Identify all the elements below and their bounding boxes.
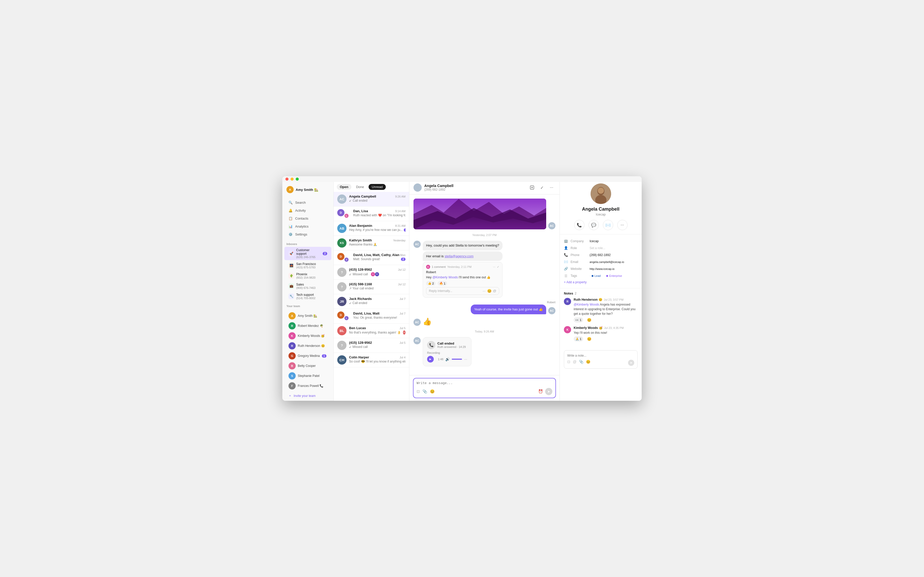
conv-preview-415-128: ↙ Missed call K R bbox=[349, 272, 406, 276]
team-member-betty[interactable]: B Betty Cooper bbox=[284, 361, 331, 371]
conv-name-415-598: (415) 598-1168 bbox=[349, 282, 372, 286]
note-reaction-pray[interactable]: 🙏 1 bbox=[574, 336, 583, 342]
maximize-button[interactable] bbox=[296, 177, 299, 181]
audio-more-button[interactable]: ··· bbox=[464, 357, 467, 361]
right-panel: Angela Campbell Icecap 📞 💬 ✉️ ··· 🏢 Comp… bbox=[560, 176, 642, 401]
sidebar-item-search[interactable]: 🔍 Search bbox=[284, 198, 331, 206]
conv-item-415-128[interactable]: ? (415) 128-9562 Jul 12 ↙ Missed call K … bbox=[334, 265, 409, 280]
reply-more-icon[interactable]: ··· bbox=[482, 289, 485, 293]
email-link[interactable]: stella@agency.com bbox=[445, 254, 474, 258]
note-attach-icon[interactable]: 📎 bbox=[579, 360, 584, 366]
volume-icon[interactable]: 🔊 bbox=[445, 357, 450, 361]
format-icon[interactable]: ⊡ bbox=[416, 389, 420, 394]
conv-item-david-lisa-matt[interactable]: D L David, Lisa, Matt Jul 7 You: Ok grea… bbox=[334, 309, 409, 324]
new-conversation-button[interactable] bbox=[528, 184, 536, 192]
inbox-tech-support[interactable]: 🔧 Tech support (514) 705-8002 bbox=[284, 292, 331, 301]
reaction-fire[interactable]: 🔥 1 bbox=[438, 281, 447, 285]
team-member-kimberly[interactable]: K Kimberly Woods 🥳 bbox=[284, 331, 331, 341]
note-reaction-eyes[interactable]: 👀 1 bbox=[574, 318, 583, 322]
contact-company: Icecap bbox=[564, 213, 637, 216]
note-format-icon[interactable]: ⊡ bbox=[567, 360, 570, 366]
add-property-button[interactable]: + Add a property bbox=[564, 279, 637, 285]
sidebar-item-analytics[interactable]: 📊 Analytics bbox=[284, 222, 331, 230]
send-button[interactable]: ➤ bbox=[545, 388, 552, 395]
sidebar-item-settings[interactable]: ⚙️ Settings bbox=[284, 230, 331, 238]
conv-preview-david-group: Matt: Sounds great! 2 bbox=[353, 257, 406, 261]
conv-item-alan[interactable]: AB Alan Benjamin 8:31 AM Hey Amy, if you… bbox=[334, 221, 409, 236]
inbox-phoenix[interactable]: 🌵 Phoenix (602) 154-9820 bbox=[284, 271, 331, 280]
contact-email-button[interactable]: ✉️ bbox=[603, 220, 613, 230]
reply-at-icon[interactable]: @ bbox=[493, 289, 497, 293]
conv-item-colin[interactable]: CH Colin Harper Jul 4 So cool! 😎 I'll le… bbox=[334, 353, 409, 367]
notes-section: Notes 2 R Ruth Henderson 😊 Jul 23, 3:57 … bbox=[560, 288, 642, 348]
conv-item-kathryn[interactable]: KS Kathryn Smith Yesterday Awesome thank… bbox=[334, 236, 409, 250]
chat-header-info: Angela Campbell (269) 682-1892 bbox=[424, 184, 526, 192]
minimize-button[interactable] bbox=[290, 177, 293, 181]
tag-lead[interactable]: Lead bbox=[590, 274, 603, 278]
emoji-input-icon[interactable]: 😊 bbox=[430, 389, 435, 394]
team-member-frances[interactable]: F Frances Powell 📞 bbox=[284, 381, 331, 391]
tab-done[interactable]: Done bbox=[353, 184, 367, 190]
call-ended-title: Call ended bbox=[437, 342, 466, 345]
input-right-actions: ⏰ ➤ bbox=[538, 388, 552, 395]
team-member-amy-name: Amy Smith 🏡 bbox=[298, 314, 317, 318]
timestamp-today: Today, 9:26 AM bbox=[413, 330, 555, 333]
conv-preview-415-128-2: ↙ Missed call bbox=[349, 345, 406, 349]
contact-chat-button[interactable]: 💬 bbox=[589, 220, 599, 230]
inbox-sales[interactable]: 💼 Sales (800) 676-7463 bbox=[284, 281, 331, 291]
play-button[interactable]: ▶ bbox=[427, 356, 434, 363]
attach-icon[interactable]: 📎 bbox=[422, 389, 427, 394]
conv-time-dan-lisa: 9:14 AM bbox=[395, 210, 406, 213]
tag-enterprise[interactable]: Enterprise bbox=[604, 274, 624, 278]
sidebar-item-activity[interactable]: 🔔 Activity bbox=[284, 206, 331, 214]
note-reactions-2: 🙏 1 😊 bbox=[574, 336, 637, 342]
conv-item-jack[interactable]: JR Jack Richards Jul 7 ↙ Call ended bbox=[334, 294, 409, 309]
sidebar-item-contacts[interactable]: 📋 Contacts bbox=[284, 214, 331, 222]
note-content-1: Ruth Henderson 😊 Jul 23, 3:57 PM @Kimber… bbox=[574, 298, 637, 322]
notes-count: 2 bbox=[575, 292, 576, 295]
note-emoji-icon[interactable]: 😊 bbox=[586, 360, 590, 366]
tab-open[interactable]: Open bbox=[337, 184, 352, 190]
invite-team-button[interactable]: ＋ Invite your team bbox=[284, 392, 331, 400]
note-reaction-smile-2[interactable]: 😊 bbox=[585, 336, 593, 342]
team-member-amy[interactable]: A Amy Smith 🏡 bbox=[284, 311, 331, 321]
inbox-sub-sales: (800) 676-7463 bbox=[296, 286, 327, 289]
note-at-icon[interactable]: @ bbox=[573, 360, 576, 366]
conv-item-dan-lisa[interactable]: D L Dan, Lisa 9:14 AM Ruth reacted with … bbox=[334, 206, 409, 221]
contact-call-button[interactable]: 📞 bbox=[574, 220, 584, 230]
conv-item-415-598[interactable]: ? (415) 598-1168 Jul 12 ↗ Your call ende… bbox=[334, 280, 409, 294]
team-member-ruth[interactable]: R Ruth Henderson 😊 bbox=[284, 341, 331, 351]
reply-input-placeholder[interactable]: Reply internally... bbox=[429, 289, 481, 293]
team-label: Your team bbox=[282, 301, 334, 309]
team-member-gregory[interactable]: G Gregory Medina 1 bbox=[284, 351, 331, 361]
note-reaction-smile[interactable]: 😊 bbox=[585, 318, 593, 322]
conv-name-dan-lisa: Dan, Lisa bbox=[353, 209, 368, 213]
reply-emoji-icon[interactable]: 😊 bbox=[487, 289, 492, 293]
enterprise-dot bbox=[606, 275, 608, 277]
contact-more-button[interactable]: ··· bbox=[617, 220, 627, 230]
sidebar-item-activity-label: Activity bbox=[295, 209, 306, 213]
clock-icon[interactable]: ⏰ bbox=[538, 389, 543, 394]
team-member-stephanie[interactable]: S Stephanie Patel bbox=[284, 371, 331, 381]
team-member-robert[interactable]: R Robert Mendez 🌴 bbox=[284, 321, 331, 331]
inbox-san-francisco[interactable]: 🌉 San Francisco (415) 875-5783 bbox=[284, 261, 331, 271]
message-input[interactable] bbox=[416, 381, 552, 385]
close-button[interactable] bbox=[285, 177, 289, 181]
note-send-button[interactable]: ➤ bbox=[628, 360, 634, 366]
inbox-customer-support[interactable]: 🚀 Customer support (628) 246-3765 2 bbox=[284, 247, 331, 260]
thread-more-icon[interactable]: ··· bbox=[493, 265, 495, 268]
conv-item-ben[interactable]: BL Ben Lucas Jul 5 No that's everything,… bbox=[334, 324, 409, 338]
tab-unread[interactable]: Unread bbox=[369, 184, 386, 190]
user-profile[interactable]: A Amy Smith 🏡 bbox=[282, 184, 334, 197]
volume-bar[interactable] bbox=[452, 359, 462, 360]
conv-preview-david-lisa-matt: You: Ok great, thanks everyone! bbox=[353, 316, 406, 319]
conv-item-angela[interactable]: AC Angela Campbell 9:26 AM ↙ Call ended bbox=[334, 192, 409, 206]
note-input[interactable] bbox=[567, 354, 634, 358]
conv-time-angela: 9:26 AM bbox=[395, 195, 406, 198]
resolve-button[interactable]: ✓ bbox=[538, 184, 546, 192]
more-actions-button[interactable]: ··· bbox=[548, 184, 555, 192]
conv-item-david-group[interactable]: D 2 David, Lisa, Matt, Cathy, Alan Mon M… bbox=[334, 250, 409, 265]
thread-reply-box[interactable]: Reply internally... ··· 😊 @ bbox=[426, 287, 499, 295]
conv-item-415-128-2[interactable]: ? (415) 128-9562 Jul 5 ↙ Missed call bbox=[334, 338, 409, 353]
reaction-thumbsup[interactable]: 👍 2 bbox=[426, 281, 435, 285]
